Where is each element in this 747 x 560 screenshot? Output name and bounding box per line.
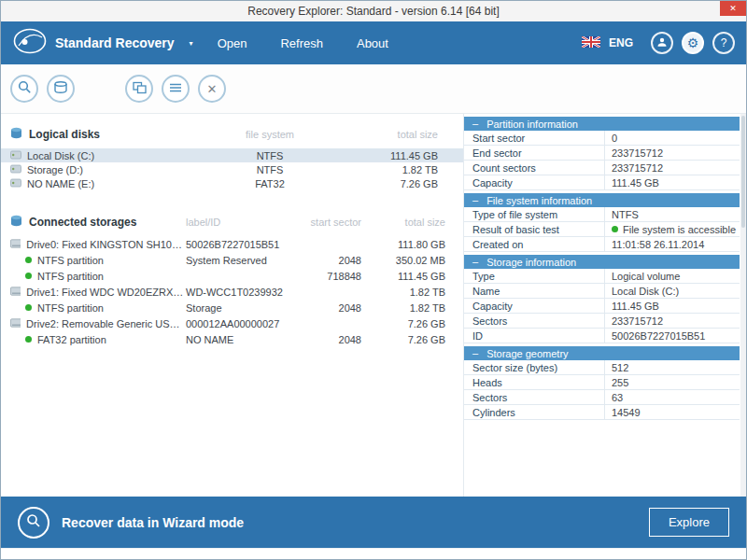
menu-item-refresh[interactable]: Refresh: [280, 36, 323, 50]
explore-button[interactable]: Explore: [649, 508, 729, 537]
column-header-total-size: total size: [345, 129, 438, 140]
info-row: Type of file systemNTFS: [464, 207, 740, 222]
language-label[interactable]: ENG: [609, 36, 633, 49]
open-storage-button[interactable]: [47, 75, 75, 103]
partition-dot-icon: [25, 336, 32, 343]
drive-row[interactable]: Drive2: Removable Generic USB Flash... 0…: [1, 315, 463, 331]
section-header-partition-information[interactable]: – Partition information: [464, 117, 740, 131]
info-row: Sectors233715712: [464, 314, 740, 329]
info-row: Count sectors233715712: [464, 161, 740, 175]
drive-icon: [10, 287, 21, 298]
header-right: ENG ⚙ ?: [582, 32, 735, 54]
info-panel: – Partition information Start sector0 En…: [463, 114, 746, 497]
disks-icon: [10, 127, 22, 142]
menu-item-open[interactable]: Open: [218, 36, 247, 50]
collapse-icon: –: [472, 195, 478, 205]
help-button[interactable]: ?: [712, 32, 735, 54]
uk-flag-icon[interactable]: [582, 35, 600, 51]
column-header-total-size: total size: [361, 217, 445, 228]
storage-information-section: – Storage information TypeLogical volume…: [464, 255, 740, 343]
drive-icon: [10, 318, 21, 329]
section-header-storage-geometry[interactable]: – Storage geometry: [464, 346, 740, 360]
wizard-footer: Recover data in Wizard mode Explore: [1, 497, 746, 548]
wizard-mode-label: Recover data in Wizard mode: [62, 515, 244, 530]
wizard-icon: [26, 513, 41, 532]
connected-storages-section: Connected storages label/ID start sector…: [1, 213, 463, 347]
dual-panel-icon: [133, 81, 147, 97]
list-view-button[interactable]: [162, 75, 190, 103]
partition-dot-icon: [25, 273, 32, 279]
user-button[interactable]: [651, 32, 673, 54]
scrollbar-thumb[interactable]: [741, 116, 745, 228]
disk-icon: [10, 164, 21, 175]
partition-row[interactable]: FAT32 partition NO NAME 2048 7.26 GB: [1, 331, 463, 347]
info-row: TypeLogical volume: [464, 269, 740, 284]
partition-row[interactable]: NTFS partition System Reserved 2048 350.…: [1, 252, 463, 268]
logical-disks-section: Logical disks file system total size Loc…: [1, 125, 463, 190]
drive-row[interactable]: Drive0: Fixed KINGSTON SH103S312... 5002…: [1, 236, 463, 252]
list-icon: [169, 82, 182, 96]
info-row: End sector233715712: [464, 146, 740, 161]
app-name: Standard Recovery: [55, 35, 175, 50]
disk-icon: [10, 178, 21, 189]
info-row: Result of basic testFile system is acces…: [464, 222, 740, 237]
app-window: Recovery Explorer: Standard - version 6.…: [0, 0, 747, 560]
close-icon: ✕: [729, 4, 737, 13]
partition-row[interactable]: NTFS partition 718848 111.45 GB: [1, 268, 463, 284]
drive-row[interactable]: Drive1: Fixed WDC WD20EZRX-00DC... WD-WC…: [1, 284, 463, 300]
main-menu: Open Refresh About: [218, 36, 388, 50]
logical-disks-header: Logical disks file system total size: [1, 125, 463, 144]
drive-icon: [10, 239, 21, 250]
section-header-file-system-information[interactable]: – File system information: [464, 193, 740, 207]
settings-button[interactable]: ⚙: [682, 32, 704, 54]
logical-disk-row[interactable]: NO NAME (E:) FAT32 7.26 GB: [1, 176, 463, 190]
connected-storages-header: Connected storages label/ID start sector…: [1, 213, 463, 231]
info-row: Sector size (bytes)512: [464, 360, 740, 375]
vertical-scrollbar[interactable]: [740, 114, 746, 497]
collapse-icon: –: [472, 119, 478, 129]
storage-icon: [53, 80, 68, 97]
partition-dot-icon: [25, 304, 32, 311]
info-row: Start sector0: [464, 131, 740, 146]
app-header: Standard Recovery ▾ Open Refresh About E…: [1, 21, 746, 64]
info-row: NameLocal Disk (C:): [464, 284, 740, 299]
info-row: Capacity111.45 GB: [464, 175, 740, 190]
gear-icon: ⚙: [687, 35, 699, 50]
disks-icon: [10, 215, 22, 230]
storage-geometry-section: – Storage geometry Sector size (bytes)51…: [464, 346, 740, 420]
wizard-mode-button[interactable]: [18, 507, 49, 539]
info-row: ID50026B7227015B51: [464, 329, 740, 343]
column-header-file-system: file system: [195, 129, 345, 140]
close-view-button[interactable]: ✕: [198, 75, 226, 103]
disk-icon: [10, 150, 21, 161]
info-row: Created on11:01:58 26.11.2014: [464, 237, 740, 252]
menu-item-about[interactable]: About: [357, 36, 388, 50]
partition-row[interactable]: NTFS partition Storage 2048 1.82 TB: [1, 300, 463, 315]
info-row: Capacity111.45 GB: [464, 299, 740, 314]
partition-dot-icon: [25, 257, 32, 263]
logical-disk-row[interactable]: Local Disk (C:) NTFS 111.45 GB: [1, 148, 463, 162]
info-row: Sectors63: [464, 390, 740, 405]
logical-disk-row[interactable]: Storage (D:) NTFS 1.82 TB: [1, 162, 463, 176]
info-row: Heads255: [464, 375, 740, 390]
user-icon: [656, 36, 668, 50]
dual-panel-button[interactable]: [125, 75, 153, 103]
section-header-storage-information[interactable]: – Storage information: [464, 255, 740, 269]
titlebar: Recovery Explorer: Standard - version 6.…: [1, 1, 746, 21]
storage-tree-panel: Logical disks file system total size Loc…: [1, 114, 463, 497]
app-logo-icon: [12, 27, 48, 59]
chevron-down-icon[interactable]: ▾: [190, 39, 193, 48]
status-dot-icon: [612, 226, 618, 232]
logical-disks-title: Logical disks: [10, 127, 195, 142]
partition-information-section: – Partition information Start sector0 En…: [464, 117, 740, 190]
window-close-button[interactable]: ✕: [720, 1, 746, 16]
status-strip: [1, 548, 746, 559]
main-area: Logical disks file system total size Loc…: [1, 113, 746, 497]
file-system-information-section: – File system information Type of file s…: [464, 193, 740, 252]
help-icon: ?: [721, 36, 727, 49]
collapse-icon: –: [472, 257, 478, 267]
toolbar: ✕: [1, 64, 746, 113]
connected-storages-title: Connected storages: [10, 215, 186, 230]
collapse-icon: –: [472, 348, 478, 358]
search-button[interactable]: [10, 75, 38, 103]
